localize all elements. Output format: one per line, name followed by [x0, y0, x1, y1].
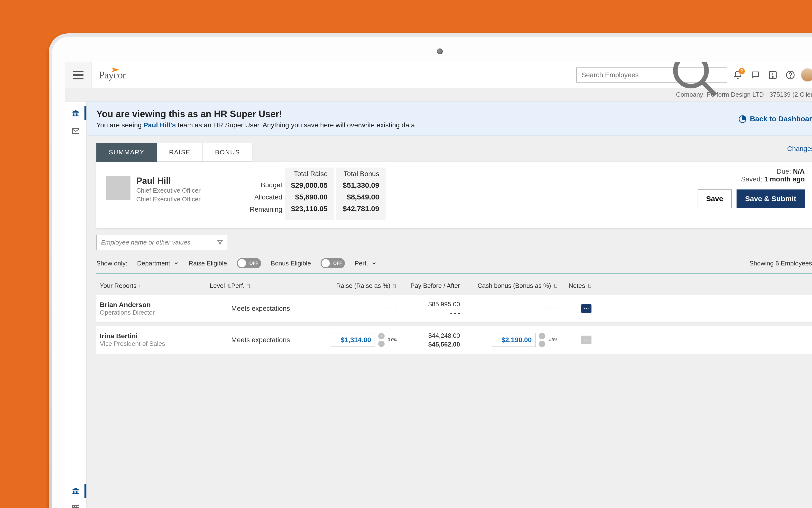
person-name: Paul Hill [136, 176, 200, 186]
grid-icon [71, 504, 80, 508]
employee-table: Your Reports ↑ Level ⇅ Perf. ⇅ Raise (Ra… [96, 277, 812, 353]
banner-subtitle: You are seeing Paul Hill's team as an HR… [96, 121, 417, 129]
rail-item-compensation[interactable] [65, 482, 86, 500]
tabs-row: SUMMARY RAISE BONUS Changes [87, 136, 812, 162]
person-title-2: Chief Executive Officer [136, 195, 200, 204]
cell-notes: ⋯ [557, 304, 591, 313]
bonus-remaining: $42,781.09 [343, 205, 379, 213]
alert-icon [768, 70, 777, 80]
tab-bonus[interactable]: BONUS [203, 143, 252, 162]
raise-input[interactable]: $1,314.00 [331, 333, 375, 347]
sort-asc-icon: ↑ [138, 283, 141, 290]
bonus-eligible-label: Bonus Eligible [271, 260, 311, 267]
bonus-eligible-toggle[interactable]: OFF [321, 258, 345, 268]
cell-perf: Meets expectations [231, 336, 314, 344]
rail-item-org[interactable] [65, 104, 86, 122]
cell-raise: $1,314.00+−3.0% [314, 333, 397, 347]
plus-icon[interactable]: + [539, 333, 545, 339]
save-button[interactable]: Save [697, 189, 732, 208]
th-pay[interactable]: Pay Before / After [397, 282, 460, 290]
messages-button[interactable] [748, 68, 762, 82]
cell-perf: Meets expectations [231, 305, 314, 312]
user-avatar[interactable] [801, 68, 812, 82]
employee-name: Brian Anderson [100, 301, 192, 309]
cell-raise: - - - [314, 305, 397, 312]
changes-link[interactable]: Changes [785, 145, 812, 153]
table-row: Irina BertiniVice President of SalesMeet… [96, 326, 812, 354]
bonus-input[interactable]: $2,190.00 [492, 333, 536, 347]
th-level[interactable]: Level ⇅ [192, 282, 231, 290]
alerts-button[interactable] [766, 68, 780, 82]
bank-icon [71, 109, 80, 117]
menu-button[interactable] [73, 71, 84, 79]
employee-title: Operations Director [100, 309, 192, 316]
showing-count: Showing 6 Employees [750, 260, 812, 267]
plus-icon[interactable]: + [378, 333, 385, 339]
search-box[interactable] [576, 68, 727, 83]
notes-button[interactable]: ⋯ [581, 336, 591, 344]
show-only-bar: Show only: Department Raise Eligible OFF… [96, 258, 812, 273]
cell-notes: ⋯ [557, 336, 591, 344]
tab-raise[interactable]: RAISE [157, 143, 203, 162]
bonus-stepper[interactable]: +− [539, 333, 545, 347]
device-camera [437, 48, 443, 54]
th-perf[interactable]: Perf. ⇅ [231, 282, 314, 290]
employee-filter-input[interactable]: Employee name or other values [96, 235, 228, 250]
th-bonus[interactable]: Cash bonus (Bonus as %) ⇅ [460, 282, 557, 290]
sort-icon: ⇅ [246, 283, 251, 290]
save-submit-button[interactable]: Save & Submit [736, 189, 805, 208]
pay-before: $85,995.00 [397, 300, 460, 308]
perf-dropdown[interactable]: Perf. [355, 260, 377, 267]
tab-summary[interactable]: SUMMARY [96, 143, 157, 162]
notifications-badge: 2 [738, 68, 745, 74]
card-actions: Due: N/A Saved: 1 month ago Save Save & … [697, 168, 805, 208]
department-dropdown[interactable]: Department [137, 260, 179, 267]
chevron-down-icon [174, 261, 179, 266]
raise-allocated: $5,890.00 [291, 193, 328, 201]
th-notes[interactable]: Notes ⇅ [557, 282, 591, 290]
card-meta: Due: N/A Saved: 1 month ago [741, 168, 805, 183]
filter-icon [217, 239, 223, 246]
banner-title: You are viewing this as an HR Super User… [96, 109, 417, 119]
rail-item-grid[interactable] [65, 500, 86, 508]
device-frame: ➤ Paycor 2 [49, 33, 812, 508]
rail-item-mail[interactable] [65, 122, 86, 140]
minus-icon[interactable]: − [539, 341, 545, 347]
stats-raise-col: Total Raise $29,000.05 $5,890.00 $23,110… [285, 168, 334, 220]
sort-icon: ⇅ [392, 283, 397, 290]
bonus-pct: 4.9% [549, 338, 557, 342]
bonus-value: - - - [547, 305, 557, 312]
chat-icon [751, 70, 760, 80]
raise-stepper[interactable]: +− [378, 333, 385, 347]
person-photo [106, 176, 131, 200]
pay-after: $45,562.00 [397, 340, 460, 349]
stats-labels: Budget Allocated Remaining [250, 168, 282, 220]
back-to-dashboard-link[interactable]: Back to Dashboar [739, 115, 812, 123]
notes-button[interactable]: ⋯ [581, 304, 591, 313]
raise-remaining: $23,110.05 [291, 205, 328, 213]
hamburger-wrap [65, 62, 92, 88]
help-button[interactable] [783, 68, 798, 82]
sort-icon: ⇅ [553, 283, 557, 290]
search-input[interactable] [582, 71, 669, 79]
summary-stats: Budget Allocated Remaining Total Raise $… [250, 168, 386, 220]
th-reports[interactable]: Your Reports ↑ [100, 282, 192, 290]
svg-point-6 [790, 77, 791, 77]
notifications-button[interactable]: 2 [731, 68, 745, 82]
cell-pay: $44,248.00$45,562.00 [397, 331, 460, 349]
stats-bonus-col: Total Bonus $51,330.09 $8,549.00 $42,781… [336, 168, 386, 220]
employee-name: Irina Bertini [100, 332, 192, 340]
mail-icon [71, 127, 80, 135]
pay-after: - - - [397, 308, 460, 317]
employee-title: Vice President of Sales [100, 340, 192, 347]
table-header: Your Reports ↑ Level ⇅ Perf. ⇅ Raise (Ra… [96, 277, 812, 295]
minus-icon[interactable]: − [378, 341, 385, 347]
svg-point-4 [772, 77, 773, 77]
raise-pct: 3.0% [388, 338, 397, 342]
raise-eligible-toggle[interactable]: OFF [237, 258, 261, 268]
banner-user-link[interactable]: Paul Hill's [144, 121, 176, 129]
bonus-budget: $51,330.09 [343, 181, 379, 189]
table-row: Brian AndersonOperations DirectorMeets e… [96, 295, 812, 323]
th-raise[interactable]: Raise (Raise as %) ⇅ [314, 282, 397, 290]
cell-bonus: $2,190.00+−4.9% [460, 333, 557, 347]
